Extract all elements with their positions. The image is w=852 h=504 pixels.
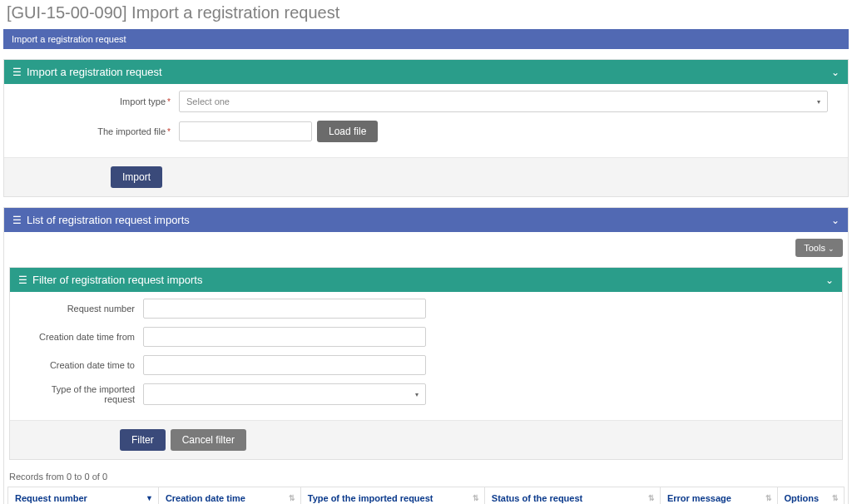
type-imported-dropdown[interactable]: ▾ [143,383,426,405]
chevron-down-icon[interactable]: ⌄ [831,67,840,78]
request-number-label: Request number [18,304,143,314]
panel-list-title: List of registration request imports [27,214,190,226]
creation-to-input[interactable] [143,355,426,375]
sort-icon: ⇅ [765,494,772,502]
chevron-down-icon[interactable]: ⌄ [831,215,840,226]
required-marker: * [167,97,171,106]
th-status-request[interactable]: Status of the request ⇅ [484,487,660,505]
sort-desc-icon: ▼ [146,494,153,502]
panel-filter: ☰ Filter of registration request imports… [9,267,843,460]
panel-list-header[interactable]: ☰ List of registration request imports ⌄ [4,208,848,232]
table-header-row: Request number ▼ Creation date time ⇅ Ty… [8,487,845,505]
creation-from-label: Creation date time from [18,332,143,342]
panel-filter-title: Filter of registration request imports [32,274,202,286]
import-type-dropdown[interactable]: Select one ▾ [179,91,828,112]
imported-file-input[interactable] [179,121,312,141]
form-row-creation-from: Creation date time from [18,327,834,347]
panel-import: ☰ Import a registration request ⌄ Import… [3,59,849,197]
panel-import-title: Import a registration request [27,66,162,78]
panel-import-header[interactable]: ☰ Import a registration request ⌄ [4,60,848,84]
tools-wrap: Tools ⌄ [4,232,848,260]
import-type-label-text: Import type [120,96,166,106]
required-marker: * [167,127,171,136]
data-table: Request number ▼ Creation date time ⇅ Ty… [7,487,845,504]
th-options[interactable]: Options ⇅ [777,487,844,505]
hamburger-icon: ☰ [12,67,22,77]
import-button[interactable]: Import [111,166,162,188]
filter-button[interactable]: Filter [120,429,166,451]
th-type-imported-request-label: Type of the imported request [308,493,433,503]
imported-file-label: The imported file* [12,126,179,136]
panel-list: ☰ List of registration request imports ⌄… [3,207,849,504]
form-row-creation-to: Creation date time to [18,355,834,375]
th-status-request-label: Status of the request [492,493,582,503]
breadcrumb: Import a registration request [3,29,849,49]
tools-button-label: Tools [804,243,825,253]
panel-import-footer: Import [4,157,848,196]
caret-down-icon: ▾ [415,391,419,398]
imported-file-label-text: The imported file [97,126,166,136]
th-type-imported-request[interactable]: Type of the imported request ⇅ [300,487,484,505]
creation-from-input[interactable] [143,327,426,347]
sort-icon: ⇅ [648,494,655,502]
creation-to-label: Creation date time to [18,360,143,370]
th-creation-date-time-label: Creation date time [166,493,245,503]
sort-icon: ⇅ [473,494,479,502]
th-creation-date-time[interactable]: Creation date time ⇅ [158,487,300,505]
caret-down-icon: ⌄ [828,245,835,253]
th-options-label: Options [785,493,820,503]
cancel-filter-button[interactable]: Cancel filter [171,429,246,451]
panel-list-body: Tools ⌄ ☰ Filter of registration request… [4,232,848,504]
th-error-message-label: Error message [667,493,731,503]
import-type-label: Import type* [12,96,179,106]
form-row-request-number: Request number [18,299,834,319]
sort-icon: ⇅ [289,494,295,502]
hamburger-icon: ☰ [12,215,22,225]
form-row-imported-file: The imported file* Load file [12,121,840,142]
hamburger-icon: ☰ [18,275,27,285]
panel-filter-footer: Filter Cancel filter [10,420,842,459]
page-title: [GUI-15-00-090] Import a registration re… [0,0,852,29]
form-row-type-imported: Type of the imported request ▾ [18,383,834,405]
th-error-message[interactable]: Error message ⇅ [660,487,777,505]
th-request-number-label: Request number [15,493,87,503]
tools-button[interactable]: Tools ⌄ [795,239,843,257]
load-file-button[interactable]: Load file [317,121,378,142]
import-type-dropdown-placeholder: Select one [186,96,230,106]
panel-filter-header[interactable]: ☰ Filter of registration request imports… [10,268,842,292]
request-number-input[interactable] [143,299,426,319]
panel-import-body: Import type* Select one ▾ The imported f… [4,84,848,157]
type-imported-label: Type of the imported request [18,384,143,404]
caret-down-icon: ▾ [817,98,820,106]
panel-filter-body: Request number Creation date time from C… [10,292,842,420]
records-top: Records from 0 to 0 of 0 [7,467,845,487]
sort-icon: ⇅ [832,494,839,502]
chevron-down-icon[interactable]: ⌄ [825,274,834,286]
form-row-import-type: Import type* Select one ▾ [12,91,840,112]
th-request-number[interactable]: Request number ▼ [8,487,159,505]
type-imported-dropdown-placeholder [151,389,153,399]
